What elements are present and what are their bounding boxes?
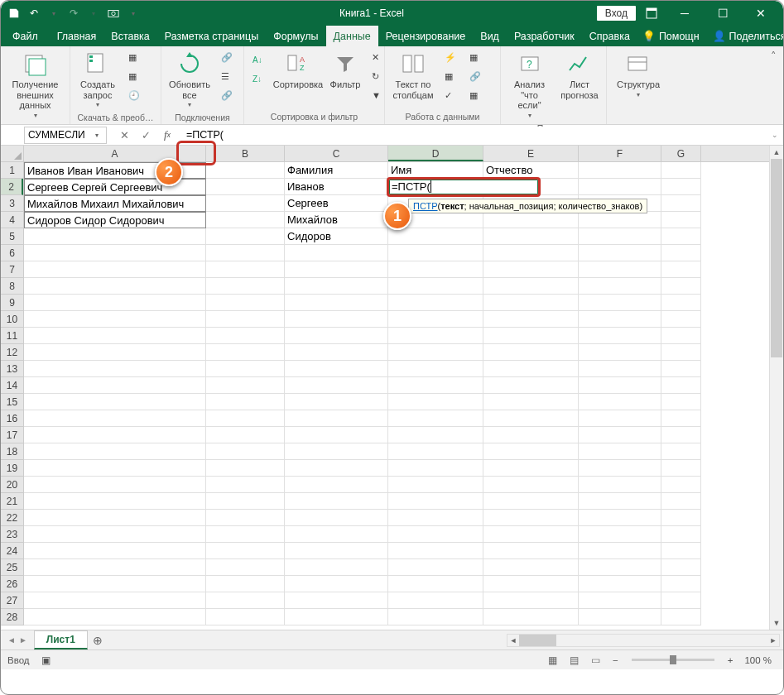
cell-G27[interactable] — [661, 592, 701, 609]
filter-button[interactable]: Фильтр — [325, 48, 365, 93]
sheet-nav[interactable]: ◄► — [1, 635, 34, 645]
cell-E23[interactable] — [483, 526, 579, 543]
cell-G7[interactable] — [661, 261, 701, 278]
row-header-21[interactable]: 21 — [1, 493, 23, 510]
row-header-10[interactable]: 10 — [1, 311, 23, 328]
cell-B5[interactable] — [206, 228, 285, 245]
name-box[interactable]: СУММЕСЛИ ▾ — [24, 127, 107, 144]
cell-F4[interactable] — [579, 212, 661, 228]
cell-D27[interactable] — [388, 592, 483, 609]
cell-D28[interactable] — [388, 609, 483, 626]
row-header-25[interactable]: 25 — [1, 559, 23, 576]
cell-C9[interactable] — [285, 295, 388, 311]
cell-D17[interactable] — [388, 427, 483, 443]
cell-D7[interactable] — [388, 261, 483, 278]
cell-E10[interactable] — [483, 311, 579, 328]
cell-B2[interactable] — [206, 179, 285, 195]
cell-G8[interactable] — [661, 278, 701, 295]
cell-A21[interactable] — [24, 493, 206, 510]
cell-B4[interactable] — [206, 212, 285, 228]
cell-F21[interactable] — [579, 493, 661, 510]
cell-D25[interactable] — [388, 559, 483, 576]
undo-icon[interactable]: ↶ — [27, 7, 41, 20]
cell-B3[interactable] — [206, 195, 285, 212]
cell-C4[interactable]: Михайлов — [285, 212, 388, 228]
cell-F17[interactable] — [579, 427, 661, 443]
page-layout-view-button[interactable]: ▤ — [565, 652, 584, 669]
cell-F6[interactable] — [579, 245, 661, 261]
row-header-11[interactable]: 11 — [1, 328, 23, 344]
cell-F22[interactable] — [579, 510, 661, 526]
cell-F27[interactable] — [579, 592, 661, 609]
row-header-19[interactable]: 19 — [1, 460, 23, 477]
row-header-15[interactable]: 15 — [1, 394, 23, 410]
cell-E4[interactable] — [483, 212, 579, 228]
cell-D6[interactable] — [388, 245, 483, 261]
text-to-columns-button[interactable]: Текст по столбцам — [388, 48, 438, 103]
cell-D13[interactable] — [388, 361, 483, 377]
cell-B22[interactable] — [206, 510, 285, 526]
cell-A11[interactable] — [24, 328, 206, 344]
cell-G22[interactable] — [661, 510, 701, 526]
cell-F11[interactable] — [579, 328, 661, 344]
row-header-14[interactable]: 14 — [1, 377, 23, 394]
cell-C1[interactable]: Фамилия — [285, 162, 388, 179]
cell-F28[interactable] — [579, 609, 661, 626]
cell-A9[interactable] — [24, 295, 206, 311]
cell-D14[interactable] — [388, 377, 483, 394]
row-header-3[interactable]: 3 — [1, 195, 23, 212]
cell-A22[interactable] — [24, 510, 206, 526]
cell-A13[interactable] — [24, 361, 206, 377]
cell-G28[interactable] — [661, 609, 701, 626]
cell-D9[interactable] — [388, 295, 483, 311]
cell-E26[interactable] — [483, 576, 579, 592]
tab-data[interactable]: Данные — [326, 26, 378, 46]
tab-help[interactable]: Справка — [582, 26, 637, 46]
sheet-tab-1[interactable]: Лист1 — [34, 630, 88, 649]
cell-B9[interactable] — [206, 295, 285, 311]
page-break-view-button[interactable]: ▭ — [586, 652, 606, 669]
scroll-up-icon[interactable]: ▲ — [770, 146, 783, 159]
remove-duplicates-button[interactable]: ▦ — [442, 69, 460, 87]
cell-D11[interactable] — [388, 328, 483, 344]
row-header-13[interactable]: 13 — [1, 361, 23, 377]
cell-F2[interactable] — [579, 179, 661, 195]
qat-customize-icon[interactable]: ▾ — [127, 7, 140, 20]
cell-E6[interactable] — [483, 245, 579, 261]
row-header-5[interactable]: 5 — [1, 228, 23, 245]
cell-G5[interactable] — [661, 228, 701, 245]
cell-D5[interactable] — [388, 228, 483, 245]
cell-D16[interactable] — [388, 410, 483, 427]
row-header-22[interactable]: 22 — [1, 510, 23, 526]
tab-insert[interactable]: Вставка — [103, 26, 156, 46]
cell-C19[interactable] — [285, 460, 388, 477]
cell-F15[interactable] — [579, 394, 661, 410]
cell-E24[interactable] — [483, 543, 579, 559]
column-header-B[interactable]: B — [206, 146, 285, 161]
tab-review[interactable]: Рецензирование — [378, 26, 474, 46]
formula-input[interactable] — [181, 127, 767, 144]
scroll-down-icon[interactable]: ▼ — [770, 616, 783, 630]
cell-G12[interactable] — [661, 344, 701, 361]
zoom-out-button[interactable]: − — [608, 655, 623, 665]
consolidate-button[interactable]: ▦ — [467, 50, 485, 68]
row-header-2[interactable]: 2 — [1, 179, 23, 195]
new-query-button[interactable]: Создать запрос ▾ — [74, 48, 122, 111]
cell-F26[interactable] — [579, 576, 661, 592]
cell-B19[interactable] — [206, 460, 285, 477]
sort-az-button[interactable]: A↓ — [250, 53, 268, 71]
cell-E21[interactable] — [483, 493, 579, 510]
cell-C17[interactable] — [285, 427, 388, 443]
vertical-scrollbar[interactable]: ▲ ▼ — [769, 146, 783, 630]
cell-A24[interactable] — [24, 543, 206, 559]
cell-B15[interactable] — [206, 394, 285, 410]
cell-A18[interactable] — [24, 443, 206, 460]
cell-F13[interactable] — [579, 361, 661, 377]
cell-C2[interactable]: Иванов — [285, 179, 388, 195]
recent-sources-button[interactable]: 🕘 — [126, 88, 144, 106]
cell-A8[interactable] — [24, 278, 206, 295]
cell-F24[interactable] — [579, 543, 661, 559]
zoom-slider[interactable] — [632, 659, 714, 661]
cell-B27[interactable] — [206, 592, 285, 609]
cell-G9[interactable] — [661, 295, 701, 311]
